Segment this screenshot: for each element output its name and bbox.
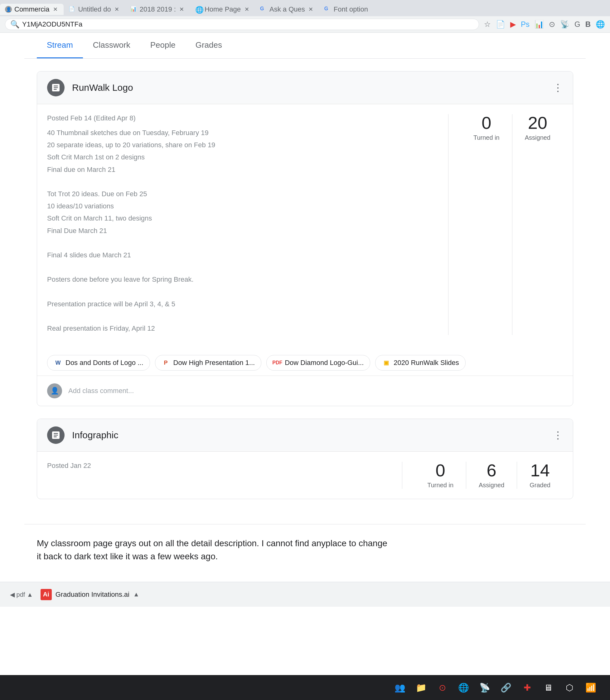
stat-turned-in-number: 0	[482, 114, 491, 132]
desc-line-5	[47, 176, 436, 187]
desc-line-11: Final 4 slides due March 21	[47, 250, 436, 260]
desc-line-15: Presentation practice will be April 3, 4…	[47, 299, 436, 309]
tab-label-untitled: Untitled do	[78, 5, 111, 13]
comment-input-runwalk[interactable]: Add class comment...	[68, 387, 563, 395]
attachment-runwalk-slides-label: 2020 RunWalk Slides	[394, 359, 459, 367]
desc-line-1: 40 Thumbnail sketches due on Tuesday, Fe…	[47, 127, 436, 138]
pdf-attach-icon: PDF	[273, 359, 282, 367]
desc-line-3: Soft Crit March 1st on 2 designs	[47, 152, 436, 162]
card-runwalk-attachments: W Dos and Donts of Logo ... P Dow High P…	[37, 355, 573, 376]
nav-tab-classwork[interactable]: Classwork	[83, 33, 140, 58]
ai-download-icon: Ai	[41, 589, 52, 600]
ppt-icon[interactable]: 📊	[534, 20, 544, 29]
main-content: Stream Classwork People Grades RunWalk L…	[24, 33, 586, 575]
card-runwalk-menu[interactable]: ⋮	[553, 82, 563, 94]
tab-icon-homepage: 🌐	[195, 6, 202, 13]
avatar: 👤	[47, 383, 62, 398]
g-icon[interactable]: G	[575, 20, 580, 29]
nav-tab-stream[interactable]: Stream	[37, 33, 83, 58]
tab-icon-fontoption: G	[324, 6, 331, 13]
tab-commercia[interactable]: 👤 Commercia ✕	[0, 4, 64, 15]
tab-close-homepage[interactable]: ✕	[243, 6, 250, 13]
nav-tabs: Stream Classwork People Grades	[24, 33, 586, 59]
tab-icon-askquest: G	[260, 6, 267, 13]
desc-line-6: Tot Trot 20 ideas. Due on Feb 25	[47, 188, 436, 199]
stat-infographic-graded: 14 Graded	[517, 462, 563, 489]
attachment-dow-diamond[interactable]: PDF Dow Diamond Logo-Gui...	[266, 355, 370, 370]
stat-infographic-assigned-label: Assigned	[479, 482, 504, 489]
stat-infographic-assigned-number: 6	[487, 462, 497, 479]
slides-attach-icon: ▣	[382, 359, 390, 367]
card-infographic-title: Infographic	[72, 430, 545, 441]
globe-icon[interactable]: 🌐	[596, 20, 605, 29]
download-pdf-item[interactable]: ◀ pdf ▲	[10, 591, 33, 598]
tab-2018[interactable]: 📊 2018 2019 : ✕	[125, 4, 190, 15]
card-infographic-menu[interactable]: ⋮	[553, 429, 563, 441]
b-icon[interactable]: B	[585, 20, 591, 29]
attachment-dow-high-label: Dow High Presentation 1...	[173, 359, 255, 367]
nav-tab-people[interactable]: People	[140, 33, 186, 58]
tab-close-askquest[interactable]: ✕	[307, 6, 314, 13]
tab-askquest[interactable]: G Ask a Ques ✕	[255, 4, 319, 15]
card-runwalk-title: RunWalk Logo	[72, 82, 545, 93]
present-icon[interactable]: ▶	[510, 20, 516, 29]
address-bar: 🔍 Y1MjA2ODU5NTFa ☆ 📄 ▶ Ps 📊 ⊙ 📡 G B 🌐	[0, 16, 610, 32]
stat-infographic-graded-label: Graded	[530, 482, 550, 489]
card-runwalk-body: Posted Feb 14 (Edited Apr 8) 40 Thumbnai…	[37, 104, 573, 345]
rss-icon[interactable]: 📡	[560, 20, 569, 29]
tab-label-2018: 2018 2019 :	[140, 5, 176, 13]
bookmark-icon[interactable]: ☆	[484, 20, 491, 29]
attachment-runwalk-slides[interactable]: ▣ 2020 RunWalk Slides	[375, 355, 466, 370]
download-ai-item[interactable]: Ai Graduation Invitations.ai ▲	[41, 589, 140, 600]
comment-section-runwalk: 👤 Add class comment...	[37, 376, 573, 406]
tab-label-askquest: Ask a Ques	[270, 5, 305, 13]
stat-infographic-turned-in-number: 0	[436, 462, 445, 479]
footer-message: My classroom page grays out on all the d…	[37, 538, 387, 561]
stat-assigned-label: Assigned	[525, 134, 550, 141]
tab-icon-2018: 📊	[130, 6, 137, 13]
desc-line-2: 20 separate ideas, up to 20 variations, …	[47, 140, 436, 150]
card-runwalk-posted: Posted Feb 14 (Edited Apr 8)	[47, 114, 436, 122]
browser-toolbar: ☆ 📄 ▶ Ps 📊 ⊙ 📡 G B 🌐	[484, 20, 605, 29]
attachment-dos-donts[interactable]: W Dos and Donts of Logo ...	[47, 355, 150, 370]
card-runwalk-text: Posted Feb 14 (Edited Apr 8) 40 Thumbnai…	[47, 114, 436, 335]
nav-tab-grades[interactable]: Grades	[186, 33, 232, 58]
attachment-dow-diamond-label: Dow Diamond Logo-Gui...	[285, 359, 364, 367]
word-icon: W	[54, 359, 62, 367]
desc-line-7: 10 ideas/10 variations	[47, 201, 436, 211]
card-infographic-description: Posted Jan 22 0 Turned in 6 Assigned 14	[47, 462, 563, 489]
desc-line-4: Final due on March 21	[47, 164, 436, 175]
desc-line-17: Real presentation is Friday, April 12	[47, 323, 436, 334]
tab-homepage[interactable]: 🌐 Home Page ✕	[190, 4, 255, 15]
stat-infographic-turned-in-label: Turned in	[427, 482, 453, 489]
tab-label-homepage: Home Page	[205, 5, 241, 13]
tab-fontoption[interactable]: G Font option	[319, 4, 373, 15]
card-runwalk-logo: RunWalk Logo ⋮ Posted Feb 14 (Edited Apr…	[37, 71, 573, 406]
tab-close-2018[interactable]: ✕	[178, 6, 185, 13]
download-left-arrow: ◀ pdf ▲	[10, 591, 33, 598]
search-icon: 🔍	[10, 20, 20, 29]
tab-close-untitled[interactable]: ✕	[113, 6, 121, 13]
tab-untitled[interactable]: 📄 Untitled do ✕	[64, 4, 125, 15]
wheel-icon[interactable]: ⊙	[549, 20, 555, 29]
tab-label-fontoption: Font option	[334, 5, 368, 13]
card-infographic-icon	[47, 426, 65, 444]
url-bar[interactable]: 🔍 Y1MjA2ODU5NTFa	[5, 19, 479, 30]
tab-close-commercia[interactable]: ✕	[52, 6, 59, 13]
footer-text: My classroom page grays out on all the d…	[24, 524, 586, 575]
tab-icon-commercia: 👤	[5, 6, 12, 13]
tab-bar: 👤 Commercia ✕ 📄 Untitled do ✕ 📊 2018 201…	[0, 0, 610, 16]
card-runwalk-header: RunWalk Logo ⋮	[37, 71, 573, 104]
attachment-dow-high[interactable]: P Dow High Presentation 1...	[155, 355, 262, 370]
attachment-dos-donts-label: Dos and Donts of Logo ...	[65, 359, 143, 367]
card-infographic: Infographic ⋮ Posted Jan 22 0 Turned in …	[37, 419, 573, 499]
desc-line-12	[47, 262, 436, 273]
pdf-icon[interactable]: 📄	[496, 20, 505, 29]
desc-line-9: Final Due March 21	[47, 225, 436, 236]
ps-icon[interactable]: Ps	[521, 20, 530, 29]
stat-turned-in: 0 Turned in	[461, 114, 512, 335]
url-text: Y1MjA2ODU5NTFa	[22, 20, 82, 28]
tab-label-commercia: Commercia	[14, 5, 49, 13]
stat-assigned-number: 20	[528, 114, 547, 132]
card-infographic-posted: Posted Jan 22	[47, 462, 389, 470]
